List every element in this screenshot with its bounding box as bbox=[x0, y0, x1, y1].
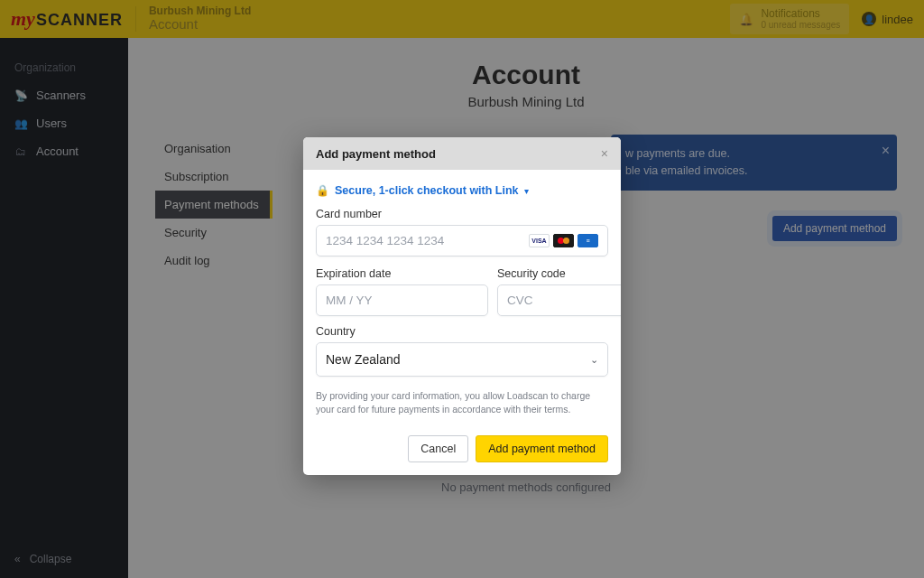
cancel-button[interactable]: Cancel bbox=[408, 435, 468, 462]
disclaimer-text: By providing your card information, you … bbox=[316, 389, 608, 415]
cvc-label: Security code bbox=[497, 267, 621, 280]
amex-icon: ≡ bbox=[578, 234, 598, 247]
submit-button[interactable]: Add payment method bbox=[476, 435, 608, 462]
secure-link-text: Secure, 1-click checkout with Link bbox=[335, 184, 519, 197]
visa-icon: VISA bbox=[529, 234, 550, 247]
mastercard-icon bbox=[553, 234, 574, 247]
card-number-field[interactable]: VISA ≡ bbox=[316, 225, 608, 256]
modal-overlay[interactable]: Add payment method × 🔒 Secure, 1-click c… bbox=[0, 0, 924, 578]
add-payment-modal: Add payment method × 🔒 Secure, 1-click c… bbox=[303, 137, 621, 475]
country-label: Country bbox=[316, 325, 608, 338]
expiration-label: Expiration date bbox=[316, 267, 488, 280]
modal-header: Add payment method × bbox=[303, 137, 621, 170]
expiration-field[interactable] bbox=[316, 284, 488, 316]
country-value: New Zealand bbox=[326, 352, 590, 367]
cvc-field[interactable] bbox=[497, 284, 621, 316]
modal-footer: Cancel Add payment method bbox=[303, 424, 621, 475]
close-icon[interactable]: × bbox=[601, 146, 608, 161]
chevron-down-icon: ⌄ bbox=[590, 354, 598, 366]
secure-link-row[interactable]: 🔒 Secure, 1-click checkout with Link ▾ bbox=[316, 184, 608, 197]
card-number-label: Card number bbox=[316, 208, 608, 220]
card-number-input[interactable] bbox=[326, 234, 529, 247]
country-select[interactable]: New Zealand ⌄ bbox=[316, 342, 608, 377]
expiration-input[interactable] bbox=[326, 294, 478, 307]
chevron-down-icon: ▾ bbox=[524, 186, 529, 196]
lock-icon: 🔒 bbox=[316, 184, 329, 197]
modal-title: Add payment method bbox=[316, 147, 436, 161]
cvc-input[interactable] bbox=[507, 294, 621, 307]
